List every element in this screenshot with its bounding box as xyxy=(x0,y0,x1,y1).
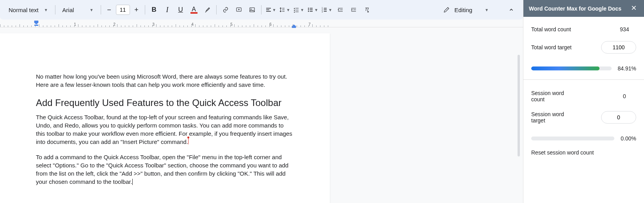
ruler-tick xyxy=(117,24,117,27)
ruler-tick xyxy=(207,25,207,27)
ruler-tick xyxy=(152,25,153,27)
ruler-tick xyxy=(219,25,219,27)
ruler-tick xyxy=(328,25,328,27)
paragraph-style-label: Normal text xyxy=(9,7,39,13)
italic-button[interactable]: I xyxy=(162,4,173,16)
ruler-tick xyxy=(74,25,75,27)
ruler-number: 6 xyxy=(269,22,272,27)
ruler-tick xyxy=(222,25,223,27)
ruler-tick xyxy=(242,25,242,27)
ruler-tick xyxy=(199,25,199,27)
paragraph-style-select[interactable]: Normal text ▼ xyxy=(5,4,52,16)
collaborator-cursor xyxy=(188,139,189,145)
font-size-input[interactable] xyxy=(116,5,130,15)
session-word-count-row: Session word count 0 xyxy=(531,90,636,102)
ruler-tick xyxy=(324,25,324,27)
ruler-tick xyxy=(101,25,102,27)
ruler-tick xyxy=(70,25,71,27)
increase-font-size-button[interactable]: + xyxy=(132,5,142,15)
svg-rect-1 xyxy=(250,8,254,12)
ruler-tick xyxy=(273,24,274,27)
clear-formatting-button[interactable] xyxy=(361,4,373,16)
session-progress-row: 0.00% xyxy=(531,135,636,142)
ruler-tick xyxy=(293,24,293,27)
document-paragraph: The Quick Access Toolbar, found at the t… xyxy=(36,113,293,146)
line-spacing-button[interactable]: ▼ xyxy=(278,5,291,14)
ruler-tick xyxy=(43,25,43,27)
ruler-tick xyxy=(160,25,160,27)
link-icon xyxy=(222,7,229,13)
ruler-tick xyxy=(316,25,317,27)
ruler-tick xyxy=(133,25,133,27)
ruler-tick xyxy=(277,25,278,27)
svg-point-2 xyxy=(251,9,251,9)
editing-mode-label: Editing xyxy=(454,7,472,13)
ruler-tick xyxy=(312,24,313,27)
add-comment-button[interactable] xyxy=(233,4,245,16)
ruler-tick xyxy=(308,25,309,27)
editing-mode-button[interactable]: Editing ▼ xyxy=(437,4,495,16)
decrease-indent-button[interactable] xyxy=(334,4,346,16)
ruler-tick xyxy=(215,24,215,27)
vertical-scrollbar[interactable] xyxy=(518,55,520,156)
ruler-tick xyxy=(31,25,32,27)
bold-button[interactable]: B xyxy=(148,4,160,16)
session-progress-bar xyxy=(531,137,614,140)
ruler-tick xyxy=(254,24,254,27)
ruler-tick xyxy=(62,25,63,27)
bulleted-list-button[interactable]: ▼ xyxy=(306,5,319,14)
decrease-font-size-button[interactable]: − xyxy=(104,5,114,15)
ruler-tick xyxy=(141,25,141,27)
ruler-tick xyxy=(27,25,28,27)
insert-link-button[interactable] xyxy=(220,4,231,16)
ruler-tick xyxy=(246,25,246,27)
pencil-icon xyxy=(443,7,450,13)
total-progress-percent: 84.91% xyxy=(618,65,636,72)
ruler[interactable]: 1 2 3 4 5 6 7 xyxy=(0,20,523,27)
text-color-button[interactable]: A xyxy=(188,4,200,16)
chevron-down-icon: ▼ xyxy=(90,8,94,12)
insert-image-button[interactable] xyxy=(246,4,258,16)
ruler-tick xyxy=(230,25,231,27)
total-word-count-row: Total word count 934 xyxy=(531,26,636,32)
total-word-target-input[interactable] xyxy=(601,41,636,54)
checklist-button[interactable]: ▼ xyxy=(292,5,305,14)
ruler-tick xyxy=(39,24,39,27)
sidebar-close-button[interactable] xyxy=(629,4,639,13)
collapse-toolbar-button[interactable] xyxy=(504,3,518,17)
align-button[interactable]: ▼ xyxy=(265,5,277,14)
ruler-tick xyxy=(94,25,94,27)
document-paragraph: No matter how long you've been using Mic… xyxy=(36,72,293,89)
session-word-target-input[interactable] xyxy=(601,111,636,124)
ruler-tick xyxy=(86,25,86,27)
ruler-tick xyxy=(23,25,24,27)
ruler-number: 2 xyxy=(113,22,116,27)
chevron-down-icon: ▼ xyxy=(314,8,318,12)
checklist-icon xyxy=(293,7,299,13)
ruler-tick xyxy=(180,25,180,27)
ruler-tick xyxy=(187,25,188,27)
ruler-tick xyxy=(51,25,51,27)
reset-session-button[interactable]: Reset session word count xyxy=(531,149,636,156)
image-icon xyxy=(249,7,255,13)
ruler-tick xyxy=(16,25,16,27)
sidebar-header: Word Counter Max for Google Docs xyxy=(523,0,644,17)
increase-indent-button[interactable] xyxy=(348,4,359,16)
document-area: No matter how long you've been using Mic… xyxy=(0,27,523,203)
ruler-tick xyxy=(164,25,164,27)
text-cursor xyxy=(132,179,133,185)
word-counter-sidebar: Word Counter Max for Google Docs Total w… xyxy=(523,0,644,203)
indent-increase-icon xyxy=(350,7,357,13)
ruler-tick xyxy=(4,25,4,27)
highlight-color-button[interactable] xyxy=(201,4,213,16)
numbered-list-button[interactable]: 1 2 3 ▼ xyxy=(320,5,333,14)
indent-decrease-icon xyxy=(337,7,343,13)
underline-button[interactable]: U xyxy=(175,4,187,16)
clear-format-icon xyxy=(364,7,370,13)
chevron-down-icon: ▼ xyxy=(485,8,489,12)
total-progress-fill xyxy=(531,66,600,70)
font-family-select[interactable]: Arial ▼ xyxy=(59,4,98,16)
document-page[interactable]: No matter how long you've been using Mic… xyxy=(0,33,330,203)
ruler-tick xyxy=(281,25,281,27)
total-word-count-value: 934 xyxy=(613,26,636,32)
